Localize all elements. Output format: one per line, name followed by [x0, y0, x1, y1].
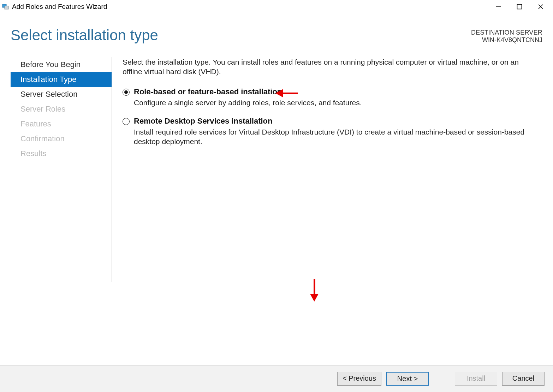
header: Select installation type DESTINATION SER…	[0, 13, 553, 47]
title-bar: Add Roles and Features Wizard	[0, 0, 553, 13]
annotation-arrow-icon	[310, 279, 319, 302]
option-desc-rds: Install required role services for Virtu…	[134, 127, 539, 147]
close-button[interactable]	[535, 1, 546, 12]
sidebar-item-features: Features	[11, 117, 112, 131]
option-desc-role-based: Configure a single server by adding role…	[134, 98, 539, 107]
option-title-role-based[interactable]: Role-based or feature-based installation	[134, 87, 539, 96]
destination-name: WIN-K4V8QNTCNNJ	[471, 36, 542, 44]
sidebar-item-server-selection[interactable]: Server Selection	[11, 87, 112, 102]
page-title: Select installation type	[11, 27, 158, 44]
radio-dot-icon	[124, 90, 128, 94]
intro-text: Select the installation type. You can in…	[123, 57, 539, 77]
content: Select the installation type. You can in…	[123, 57, 553, 282]
previous-button[interactable]: < Previous	[337, 372, 381, 386]
footer: < Previous Next > Install Cancel	[0, 365, 553, 392]
radio-rds[interactable]	[123, 118, 130, 125]
destination-label: DESTINATION SERVER	[471, 29, 542, 36]
maximize-button[interactable]	[514, 1, 525, 12]
option-text: Role-based or feature-based installation…	[134, 87, 539, 107]
app-icon	[2, 3, 9, 10]
sidebar-item-server-roles: Server Roles	[11, 102, 112, 117]
window-controls	[493, 1, 551, 12]
svg-rect-3	[517, 4, 522, 9]
svg-rect-1	[5, 6, 8, 9]
annotation-arrow-icon	[275, 89, 298, 97]
sidebar-item-before-you-begin[interactable]: Before You Begin	[11, 57, 112, 72]
cancel-button[interactable]: Cancel	[502, 372, 545, 386]
sidebar-item-confirmation: Confirmation	[11, 131, 112, 146]
sidebar-item-results: Results	[11, 146, 112, 161]
sidebar: Before You Begin Installation Type Serve…	[11, 57, 112, 282]
sidebar-item-installation-type[interactable]: Installation Type	[11, 72, 112, 87]
option-rds: Remote Desktop Services installation Ins…	[123, 117, 539, 147]
window-title: Add Roles and Features Wizard	[12, 3, 107, 11]
radio-role-based[interactable]	[123, 89, 130, 96]
install-button: Install	[455, 372, 497, 386]
destination-info: DESTINATION SERVER WIN-K4V8QNTCNNJ	[471, 27, 542, 44]
option-text: Remote Desktop Services installation Ins…	[134, 117, 539, 147]
next-button[interactable]: Next >	[386, 372, 429, 386]
option-title-rds[interactable]: Remote Desktop Services installation	[134, 117, 539, 126]
divider	[112, 57, 112, 282]
option-role-based: Role-based or feature-based installation…	[123, 87, 539, 107]
minimize-button[interactable]	[493, 1, 504, 12]
